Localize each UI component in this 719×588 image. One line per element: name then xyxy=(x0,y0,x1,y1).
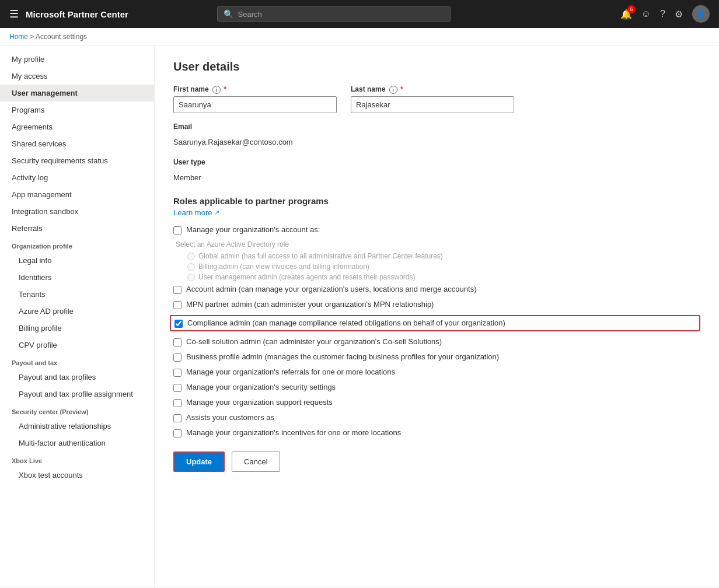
account-admin-checkbox-row: Account admin (can manage your organizat… xyxy=(173,285,700,294)
sidebar-item-agreements[interactable]: Agreements xyxy=(0,118,154,135)
sidebar-item-tenants[interactable]: Tenants xyxy=(0,286,154,303)
last-name-group: Last name i * xyxy=(351,85,514,113)
help-icon[interactable]: ? xyxy=(660,9,665,19)
manage-support-label[interactable]: Manage your organization support request… xyxy=(186,398,333,407)
first-name-info-icon[interactable]: i xyxy=(212,86,221,94)
compliance-admin-checkbox[interactable] xyxy=(174,320,183,328)
user-type-group: User type Member xyxy=(173,158,700,184)
mpn-partner-admin-checkbox-row: MPN partner admin (can administer your o… xyxy=(173,300,700,309)
sidebar-item-xbox-test-accounts[interactable]: Xbox test accounts xyxy=(0,467,154,484)
sidebar-item-my-profile[interactable]: My profile xyxy=(0,51,154,68)
search-icon: 🔍 xyxy=(224,9,233,19)
breadcrumb-separator: > xyxy=(30,33,34,41)
sidebar-item-mfa[interactable]: Multi-factor authentication xyxy=(0,435,154,452)
sidebar-item-admin-relationships[interactable]: Administrative relationships xyxy=(0,418,154,435)
global-admin-radio-row: Global admin (has full access to all adm… xyxy=(187,252,700,260)
notification-icon[interactable]: 🔔 6 xyxy=(620,9,632,20)
aad-role-radio-group: Global admin (has full access to all adm… xyxy=(187,252,700,281)
breadcrumb: Home > Account settings xyxy=(0,28,719,46)
first-name-group: First name i * xyxy=(173,85,337,113)
user-mgmt-admin-radio-row: User management admin (creates agents an… xyxy=(187,273,700,281)
billing-admin-label: Billing admin (can view invoices and bil… xyxy=(198,262,369,271)
manage-referrals-label[interactable]: Manage your organization's referrals for… xyxy=(186,368,395,376)
sidebar-section-xbox: Xbox Live xyxy=(0,452,154,467)
last-name-input[interactable] xyxy=(351,96,514,113)
sidebar-item-identifiers[interactable]: Identifiers xyxy=(0,269,154,286)
manage-account-label[interactable]: Manage your organization's account as: xyxy=(186,225,320,234)
sidebar-item-shared-services[interactable]: Shared services xyxy=(0,135,154,152)
main-content: User details First name i * Last name i … xyxy=(155,46,719,587)
search-input[interactable] xyxy=(238,10,444,19)
cancel-button[interactable]: Cancel xyxy=(232,452,280,472)
global-admin-radio[interactable] xyxy=(187,253,195,260)
billing-admin-radio[interactable] xyxy=(187,263,195,271)
assists-customers-checkbox[interactable] xyxy=(173,414,182,422)
account-admin-label[interactable]: Account admin (can manage your organizat… xyxy=(186,285,476,293)
settings-icon[interactable]: ⚙ xyxy=(675,9,683,20)
breadcrumb-current: Account settings xyxy=(36,33,87,41)
sidebar-section-payout: Payout and tax xyxy=(0,354,154,369)
manage-incentives-checkbox-row: Manage your organization's incentives fo… xyxy=(173,428,700,438)
global-admin-label: Global admin (has full access to all adm… xyxy=(198,252,443,260)
first-name-input[interactable] xyxy=(173,96,337,113)
email-label: Email xyxy=(173,123,700,131)
sidebar-item-referrals[interactable]: Referrals xyxy=(0,220,154,237)
cosell-admin-checkbox-row: Co-sell solution admin (can administer y… xyxy=(173,337,700,346)
mpn-partner-admin-label[interactable]: MPN partner admin (can administer your o… xyxy=(186,300,434,309)
cosell-admin-label[interactable]: Co-sell solution admin (can administer y… xyxy=(186,337,442,346)
sidebar: My profile My access User management Pro… xyxy=(0,46,155,587)
business-profile-admin-checkbox-row: Business profile admin (manages the cust… xyxy=(173,352,700,362)
roles-title: Roles applicable to partner programs xyxy=(173,196,700,206)
search-box[interactable]: 🔍 xyxy=(217,6,451,22)
sidebar-item-payout-assignment[interactable]: Payout and tax profile assignment xyxy=(0,386,154,402)
last-name-required: * xyxy=(400,85,403,93)
manage-account-checkbox[interactable] xyxy=(173,226,182,235)
sidebar-item-azure-ad-profile[interactable]: Azure AD profile xyxy=(0,303,154,320)
billing-admin-radio-row: Billing admin (can view invoices and bil… xyxy=(187,262,700,271)
assists-customers-label[interactable]: Assists your customers as xyxy=(186,413,274,422)
user-avatar[interactable]: 👤 xyxy=(692,5,710,23)
hamburger-menu-icon[interactable]: ☰ xyxy=(9,8,19,20)
account-admin-checkbox[interactable] xyxy=(173,286,182,294)
user-mgmt-admin-label: User management admin (creates agents an… xyxy=(198,273,416,281)
sidebar-item-cpv-profile[interactable]: CPV profile xyxy=(0,337,154,354)
page-title: User details xyxy=(173,60,700,74)
last-name-info-icon[interactable]: i xyxy=(389,86,397,94)
manage-security-checkbox[interactable] xyxy=(173,384,182,392)
name-fields-row: First name i * Last name i * xyxy=(173,85,700,113)
manage-security-label[interactable]: Manage your organization's security sett… xyxy=(186,383,336,391)
sidebar-item-security-requirements[interactable]: Security requirements status xyxy=(0,152,154,169)
sidebar-item-user-management[interactable]: User management xyxy=(0,85,154,102)
manage-referrals-checkbox[interactable] xyxy=(173,369,182,377)
sidebar-item-app-management[interactable]: App management xyxy=(0,186,154,203)
user-type-label: User type xyxy=(173,158,700,166)
sidebar-item-billing-profile[interactable]: Billing profile xyxy=(0,320,154,337)
sidebar-item-my-access[interactable]: My access xyxy=(0,68,154,85)
app-logo: Microsoft Partner Center xyxy=(26,9,128,19)
manage-incentives-checkbox[interactable] xyxy=(173,429,182,438)
business-profile-admin-checkbox[interactable] xyxy=(173,354,182,362)
main-layout: My profile My access User management Pro… xyxy=(0,46,719,587)
manage-referrals-checkbox-row: Manage your organization's referrals for… xyxy=(173,368,700,377)
sidebar-item-activity-log[interactable]: Activity log xyxy=(0,169,154,186)
emoji-icon[interactable]: ☺ xyxy=(641,9,651,19)
cosell-admin-checkbox[interactable] xyxy=(173,338,182,346)
manage-support-checkbox-row: Manage your organization support request… xyxy=(173,398,700,407)
sidebar-item-legal-info[interactable]: Legal info xyxy=(0,252,154,269)
user-mgmt-admin-radio[interactable] xyxy=(187,274,195,281)
update-button[interactable]: Update xyxy=(173,452,225,472)
learn-more-link[interactable]: Learn more ↗ xyxy=(173,208,219,217)
sidebar-item-payout-profiles[interactable]: Payout and tax profiles xyxy=(0,369,154,386)
mpn-partner-admin-checkbox[interactable] xyxy=(173,301,182,309)
compliance-admin-checkbox-row: Compliance admin (can manage compliance … xyxy=(170,315,700,331)
manage-support-checkbox[interactable] xyxy=(173,399,182,407)
business-profile-admin-label[interactable]: Business profile admin (manages the cust… xyxy=(186,352,499,361)
breadcrumb-home[interactable]: Home xyxy=(9,33,28,41)
compliance-admin-label[interactable]: Compliance admin (can manage compliance … xyxy=(187,318,505,327)
last-name-label: Last name i * xyxy=(351,85,514,94)
sidebar-item-programs[interactable]: Programs xyxy=(0,102,154,118)
first-name-label: First name i * xyxy=(173,85,337,94)
manage-incentives-label[interactable]: Manage your organization's incentives fo… xyxy=(186,428,401,437)
button-row: Update Cancel xyxy=(173,452,700,472)
sidebar-item-integration-sandbox[interactable]: Integration sandbox xyxy=(0,203,154,220)
